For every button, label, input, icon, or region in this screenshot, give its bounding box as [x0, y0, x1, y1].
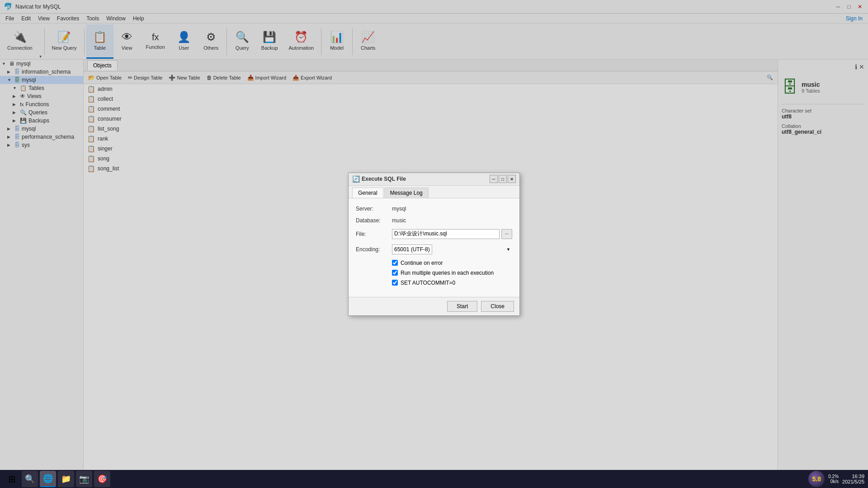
file-input-row: ···	[392, 229, 512, 239]
encoding-field: Encoding: 65001 (UTF-8) UTF-16 ASCII ISO…	[356, 244, 512, 254]
run-multiple-row: Run multiple queries in each execution	[356, 270, 512, 276]
run-multiple-checkbox[interactable]	[392, 270, 398, 276]
indicator-value: 5.8	[812, 475, 821, 483]
modal-footer: Start Close	[349, 297, 519, 315]
encoding-select[interactable]: 65001 (UTF-8) UTF-16 ASCII ISO-8859-1	[392, 244, 432, 254]
run-multiple-label: Run multiple queries in each execution	[401, 270, 494, 276]
taskbar-app5-icon: 🎯	[97, 474, 107, 484]
execute-sql-modal: 🔄 Execute SQL File ─ □ ✕ General Message…	[348, 173, 520, 316]
modal-close-button[interactable]: ✕	[508, 175, 516, 183]
modal-tab-general-label: General	[358, 190, 377, 196]
time-display: 16:39	[842, 474, 864, 479]
taskbar-explorer-button[interactable]: 📁	[58, 471, 74, 487]
taskbar-camera-button[interactable]: 📷	[76, 471, 92, 487]
continue-on-error-row: Continue on error	[356, 260, 512, 266]
browse-button[interactable]: ···	[501, 229, 512, 239]
file-input[interactable]	[392, 229, 500, 239]
set-autocommit-checkbox[interactable]	[392, 280, 398, 286]
modal-controls: ─ □ ✕	[490, 175, 516, 183]
taskbar-right: 5.8 0.2% 0k/s 16:39 2021/5/25	[808, 471, 864, 487]
modal-title-icon: 🔄	[352, 175, 360, 183]
continue-on-error-checkbox[interactable]	[392, 260, 398, 266]
modal-tab-bar: General Message Log	[349, 186, 519, 198]
start-icon: ⊞	[8, 474, 16, 484]
continue-on-error-label: Continue on error	[401, 260, 443, 266]
database-label: Database:	[356, 217, 392, 224]
modal-content: Server: mysql Database: music File: ··· …	[349, 198, 519, 297]
taskbar-indicator: 5.8	[808, 471, 825, 487]
taskbar-search-button[interactable]: 🔍	[22, 471, 38, 487]
date-display: 2021/5/25	[842, 479, 864, 484]
encoding-select-arrow-icon: ▼	[506, 247, 510, 252]
server-value: mysql	[392, 206, 512, 212]
taskbar-camera-icon: 📷	[79, 474, 89, 484]
taskbar-time: 16:39 2021/5/25	[842, 474, 864, 484]
modal-title-text: Execute SQL File	[362, 176, 406, 182]
set-autocommit-row: SET AUTOCOMMIT=0	[356, 280, 512, 286]
taskbar-explorer-icon: 📁	[61, 474, 71, 484]
speed-down: 0k/s	[828, 479, 839, 484]
modal-minimize-button[interactable]: ─	[490, 175, 498, 183]
file-field: File: ···	[356, 229, 512, 239]
encoding-label: Encoding:	[356, 246, 392, 253]
start-button[interactable]: ⊞	[4, 471, 20, 487]
set-autocommit-label: SET AUTOCOMMIT=0	[401, 280, 455, 286]
modal-overlay: 🔄 Execute SQL File ─ □ ✕ General Message…	[0, 0, 868, 488]
server-field: Server: mysql	[356, 206, 512, 212]
start-button[interactable]: Start	[447, 301, 477, 312]
database-field: Database: music	[356, 217, 512, 224]
taskbar-edge-button[interactable]: 🌐	[40, 471, 56, 487]
close-dialog-button[interactable]: Close	[481, 301, 514, 312]
database-value: music	[392, 217, 512, 224]
server-label: Server:	[356, 206, 392, 212]
modal-title-bar: 🔄 Execute SQL File ─ □ ✕	[349, 173, 519, 186]
modal-tab-general[interactable]: General	[352, 188, 383, 198]
taskbar-search-icon: 🔍	[25, 474, 35, 484]
encoding-select-wrap: 65001 (UTF-8) UTF-16 ASCII ISO-8859-1 ▼	[392, 244, 512, 254]
modal-tab-message-log[interactable]: Message Log	[384, 188, 429, 198]
taskbar-edge-icon: 🌐	[43, 474, 53, 483]
file-label: File:	[356, 231, 392, 237]
taskbar-speed: 0.2% 0k/s	[828, 474, 839, 484]
modal-tab-message-log-label: Message Log	[390, 190, 423, 196]
taskbar-app5-button[interactable]: 🎯	[94, 471, 110, 487]
modal-title-left: 🔄 Execute SQL File	[352, 175, 406, 183]
modal-maximize-button[interactable]: □	[499, 175, 507, 183]
taskbar: ⊞ 🔍 🌐 📁 📷 🎯 5.8 0.2% 0k/s 16:39 2021/5/2…	[0, 470, 868, 488]
speed-up: 0.2%	[828, 474, 839, 479]
